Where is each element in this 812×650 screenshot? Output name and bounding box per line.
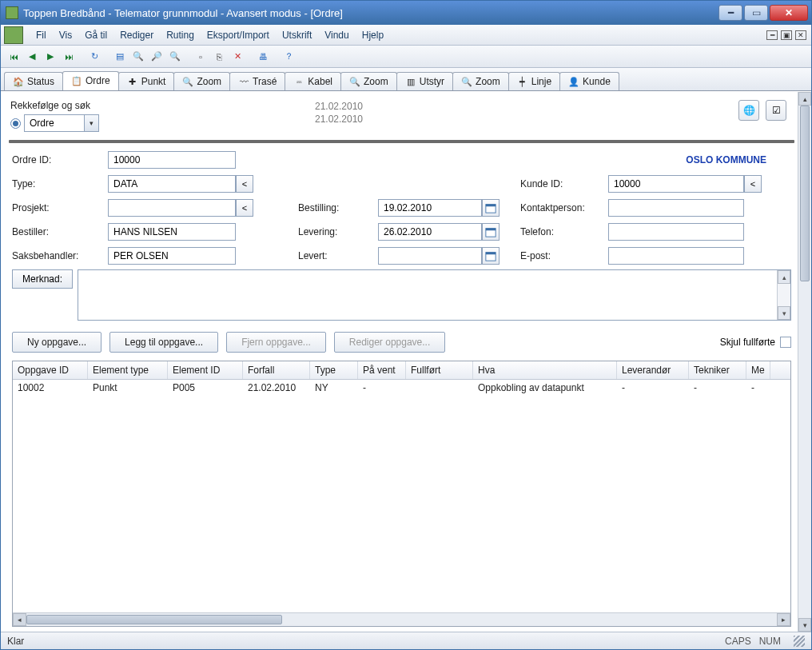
menu-hjelp[interactable]: Hjelp xyxy=(356,27,390,43)
merknad-scroll-up-icon[interactable]: ▴ xyxy=(778,270,790,284)
merknad-textarea[interactable]: ▴▾ xyxy=(78,269,791,321)
bestiller-input[interactable] xyxy=(108,223,236,241)
kundeid-input[interactable] xyxy=(608,175,744,193)
check-button[interactable]: ☑ xyxy=(766,100,786,121)
column-header[interactable]: Forfall xyxy=(243,361,310,379)
column-header[interactable]: Leverandør xyxy=(617,361,689,379)
menu-gatil[interactable]: Gå til xyxy=(78,27,113,43)
ny-oppgave-button[interactable]: Ny oppgave... xyxy=(12,332,102,353)
rediger-oppgave-button[interactable]: Rediger oppgave... xyxy=(334,332,445,353)
sort-radio[interactable] xyxy=(10,118,21,129)
nav-first-icon[interactable]: ⏮ xyxy=(6,49,22,65)
column-header[interactable]: Element ID xyxy=(168,361,243,379)
prosjekt-input[interactable] xyxy=(108,199,236,217)
column-header[interactable]: På vent xyxy=(358,361,406,379)
ordreid-input[interactable] xyxy=(108,151,236,169)
column-header[interactable]: Oppgave ID xyxy=(13,361,88,379)
tab-zoom[interactable]: 🔍Zoom xyxy=(452,72,509,90)
fjern-oppgave-button[interactable]: Fjern oppgave... xyxy=(226,332,326,353)
globe-button[interactable]: 🌐 xyxy=(738,100,759,121)
saksbehandler-input[interactable] xyxy=(108,247,236,265)
tab-linje[interactable]: ┿Linje xyxy=(508,72,560,90)
levert-calendar-icon[interactable] xyxy=(482,247,500,265)
close-button[interactable]: ✕ xyxy=(770,5,808,21)
prosjekt-picker-button[interactable]: < xyxy=(236,199,253,217)
epost-input[interactable] xyxy=(608,247,744,265)
tree-icon[interactable]: ▤ xyxy=(112,49,128,65)
menu-rediger[interactable]: Rediger xyxy=(113,27,160,43)
levering-calendar-icon[interactable] xyxy=(482,223,500,241)
merknad-scroll-down-icon[interactable]: ▾ xyxy=(778,306,790,320)
type-input[interactable] xyxy=(108,175,236,193)
nav-next-icon[interactable]: ▶ xyxy=(42,49,58,65)
menu-eksport[interactable]: Eksport/Import xyxy=(201,27,276,43)
kontakt-input[interactable] xyxy=(608,199,744,217)
resize-grip-icon[interactable] xyxy=(794,636,805,647)
tab-status[interactable]: 🏠Status xyxy=(4,72,63,90)
column-header[interactable]: Tekniker xyxy=(689,361,746,379)
column-header[interactable]: Hva xyxy=(473,361,617,379)
sort-combo[interactable]: ▾ xyxy=(24,114,99,132)
merknad-button[interactable]: Merknad: xyxy=(12,269,73,289)
tab-label: Zoom xyxy=(476,76,500,87)
refresh-icon[interactable]: ↻ xyxy=(86,49,102,65)
column-header[interactable]: Element type xyxy=(88,361,168,379)
mdi-minimize-icon[interactable]: ━ xyxy=(766,30,778,40)
levert-input[interactable] xyxy=(378,247,482,265)
tab-trasé[interactable]: 〰Trasé xyxy=(229,72,285,90)
copy-icon[interactable]: ⎘ xyxy=(211,49,227,65)
column-header[interactable]: Fullført xyxy=(406,361,473,379)
delete-icon[interactable]: ✕ xyxy=(229,49,245,65)
tab-ordre[interactable]: 📋Ordre xyxy=(62,71,119,90)
v-scroll-thumb[interactable] xyxy=(800,106,810,281)
kundeid-label: Kunde ID: xyxy=(520,178,608,189)
menu-ruting[interactable]: Ruting xyxy=(160,27,201,43)
telefon-label: Telefon: xyxy=(520,226,608,237)
type-picker-button[interactable]: < xyxy=(236,175,253,193)
help-icon[interactable]: ？ xyxy=(281,49,297,65)
chevron-down-icon[interactable]: ▾ xyxy=(84,115,98,131)
content-v-scrollbar[interactable]: ▴ ▾ xyxy=(798,92,811,632)
new-icon[interactable]: ▫ xyxy=(193,49,209,65)
minimize-button[interactable]: ━ xyxy=(718,5,742,21)
nav-last-icon[interactable]: ⏭ xyxy=(61,49,77,65)
app-menu-icon[interactable] xyxy=(4,26,23,44)
column-header[interactable]: Me xyxy=(746,361,770,379)
scroll-thumb[interactable] xyxy=(26,615,282,624)
nav-prev-icon[interactable]: ◀ xyxy=(24,49,40,65)
scroll-down-icon[interactable]: ▾ xyxy=(798,618,811,632)
tab-kabel[interactable]: ⎓Kabel xyxy=(285,72,341,90)
svg-rect-5 xyxy=(486,253,496,255)
scroll-up-icon[interactable]: ▴ xyxy=(798,92,811,106)
tab-punkt[interactable]: ✚Punkt xyxy=(118,72,175,90)
telefon-input[interactable] xyxy=(608,223,744,241)
table-h-scrollbar[interactable]: ◂ ▸ xyxy=(13,612,790,626)
tab-zoom[interactable]: 🔍Zoom xyxy=(340,72,397,90)
menu-utskrift[interactable]: Utskrift xyxy=(276,27,318,43)
print-icon[interactable]: 🖶 xyxy=(255,49,271,65)
legg-til-oppgave-button[interactable]: Legg til oppgave... xyxy=(109,332,218,353)
zoom-in-icon[interactable]: 🔍 xyxy=(130,49,146,65)
bestilling-calendar-icon[interactable] xyxy=(482,199,500,217)
table-row[interactable]: 10002PunktP00521.02.2010NY-Oppkobling av… xyxy=(13,380,790,396)
tab-zoom[interactable]: 🔍Zoom xyxy=(173,72,230,90)
tab-kunde[interactable]: 👤Kunde xyxy=(559,72,619,90)
mdi-close-icon[interactable]: ✕ xyxy=(795,30,806,40)
menu-vis[interactable]: Vis xyxy=(53,27,78,43)
kundeid-picker-button[interactable]: < xyxy=(744,175,762,193)
tab-utstyr[interactable]: ▥Utstyr xyxy=(396,72,453,90)
skjul-checkbox[interactable] xyxy=(780,337,791,348)
menu-vindu[interactable]: Vindu xyxy=(318,27,355,43)
scroll-left-icon[interactable]: ◂ xyxy=(13,613,26,626)
zoom-out-icon[interactable]: 🔎 xyxy=(149,49,165,65)
levering-input[interactable] xyxy=(378,223,482,241)
column-header[interactable]: Type xyxy=(310,361,358,379)
maximize-button[interactable]: ▭ xyxy=(744,5,768,21)
scroll-right-icon[interactable]: ▸ xyxy=(777,613,790,626)
menu-fil[interactable]: Fil xyxy=(30,27,53,43)
header-dates: 21.02.2010 21.02.2010 xyxy=(315,100,363,126)
sort-combo-input[interactable] xyxy=(25,116,84,130)
bestilling-input[interactable] xyxy=(378,199,482,217)
zoom-icon[interactable]: 🔍 xyxy=(167,49,183,65)
mdi-restore-icon[interactable]: ▣ xyxy=(781,30,792,40)
